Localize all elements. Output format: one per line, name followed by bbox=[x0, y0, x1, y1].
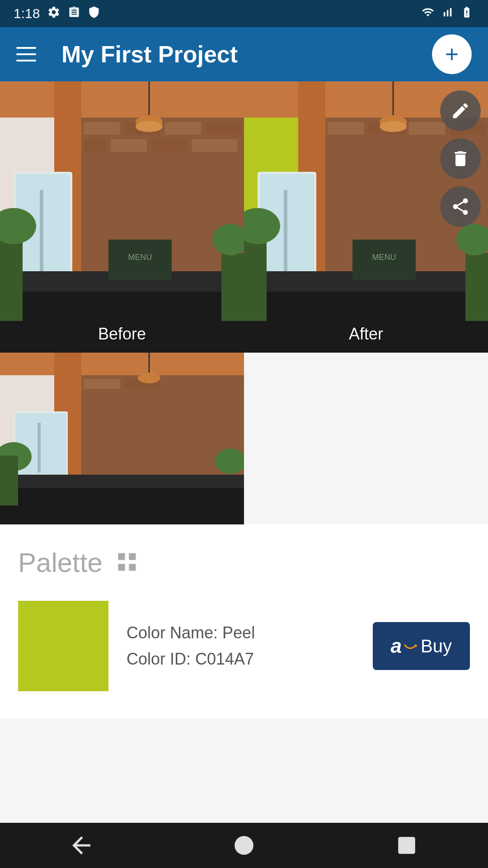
svg-rect-57 bbox=[84, 379, 120, 389]
plus-icon: + bbox=[445, 42, 459, 66]
svg-rect-12 bbox=[192, 139, 237, 152]
amazon-a-logo: a bbox=[391, 635, 402, 657]
svg-rect-9 bbox=[84, 139, 106, 152]
share-button[interactable] bbox=[440, 186, 481, 227]
after-label: After bbox=[349, 325, 383, 344]
color-id: C014A7 bbox=[195, 650, 254, 668]
add-button[interactable]: + bbox=[432, 34, 472, 74]
action-buttons-group bbox=[440, 90, 481, 227]
svg-rect-10 bbox=[111, 139, 147, 152]
delete-button[interactable] bbox=[440, 138, 481, 179]
svg-rect-7 bbox=[165, 122, 201, 135]
battery-icon bbox=[459, 6, 474, 22]
svg-point-39 bbox=[380, 121, 407, 132]
palette-title: Palette bbox=[18, 547, 103, 578]
palette-header: Palette bbox=[18, 547, 470, 578]
empty-slot bbox=[244, 353, 488, 524]
status-bar-left: 1:18 bbox=[14, 5, 100, 22]
single-image-row bbox=[0, 353, 488, 524]
svg-rect-72 bbox=[398, 837, 415, 854]
svg-rect-1 bbox=[0, 81, 244, 118]
svg-rect-11 bbox=[151, 139, 188, 152]
amazon-buy-button[interactable]: a Buy bbox=[373, 622, 470, 670]
color-name: Peel bbox=[222, 623, 255, 642]
edit-button[interactable] bbox=[440, 90, 481, 131]
app-bar: My First Project + bbox=[0, 27, 488, 81]
grid-icon[interactable] bbox=[115, 550, 139, 576]
color-id-label: Color ID: bbox=[127, 650, 191, 668]
color-id-row: Color ID: C014A7 bbox=[127, 650, 355, 669]
before-label: Before bbox=[98, 325, 146, 344]
svg-rect-5 bbox=[84, 122, 120, 135]
page-title: My First Project bbox=[61, 41, 432, 68]
before-image-panel[interactable]: MENU Before bbox=[0, 81, 244, 353]
svg-rect-46 bbox=[244, 240, 267, 321]
before-after-row: MENU Before bbox=[0, 81, 488, 353]
color-name-row: Color Name: Peel bbox=[127, 623, 355, 642]
signal-icon bbox=[441, 6, 454, 22]
shield-icon bbox=[88, 6, 100, 22]
svg-rect-19 bbox=[40, 190, 43, 271]
clipboard-icon bbox=[68, 6, 80, 22]
color-info: Color Name: Peel Color ID: C014A7 bbox=[127, 623, 355, 669]
svg-rect-65 bbox=[0, 475, 244, 491]
svg-rect-48 bbox=[465, 253, 488, 321]
hamburger-menu-button[interactable] bbox=[16, 41, 43, 68]
color-item: Color Name: Peel Color ID: C014A7 a Buy bbox=[18, 601, 470, 691]
svg-point-15 bbox=[136, 121, 163, 132]
navigation-bar bbox=[0, 823, 488, 868]
svg-text:MENU: MENU bbox=[372, 253, 396, 262]
settings-icon bbox=[47, 5, 61, 22]
svg-point-60 bbox=[138, 373, 160, 383]
svg-rect-8 bbox=[206, 122, 242, 135]
svg-rect-66 bbox=[0, 488, 244, 524]
svg-point-71 bbox=[235, 836, 253, 855]
svg-rect-68 bbox=[0, 456, 18, 505]
recents-button[interactable] bbox=[389, 827, 425, 863]
svg-text:MENU: MENU bbox=[128, 253, 152, 262]
svg-rect-64 bbox=[38, 423, 41, 472]
images-section: MENU Before bbox=[0, 81, 488, 524]
svg-rect-33 bbox=[328, 122, 364, 135]
palette-section: Palette Color Name: Peel Color ID: C014A… bbox=[0, 524, 488, 718]
amazon-smile bbox=[404, 644, 417, 653]
buy-label: Buy bbox=[421, 636, 452, 656]
status-bar: 1:18 bbox=[0, 0, 488, 27]
svg-rect-35 bbox=[409, 122, 445, 135]
svg-rect-24 bbox=[221, 253, 244, 321]
svg-rect-43 bbox=[284, 190, 287, 271]
back-button[interactable] bbox=[63, 827, 99, 863]
color-name-label: Color Name: bbox=[127, 623, 218, 642]
svg-rect-53 bbox=[0, 353, 244, 375]
status-time: 1:18 bbox=[14, 6, 40, 21]
wifi-icon bbox=[420, 6, 436, 22]
home-button[interactable] bbox=[226, 827, 262, 863]
color-swatch bbox=[18, 601, 108, 691]
status-bar-right bbox=[420, 6, 474, 22]
single-image[interactable] bbox=[0, 353, 244, 524]
svg-rect-22 bbox=[0, 240, 23, 321]
